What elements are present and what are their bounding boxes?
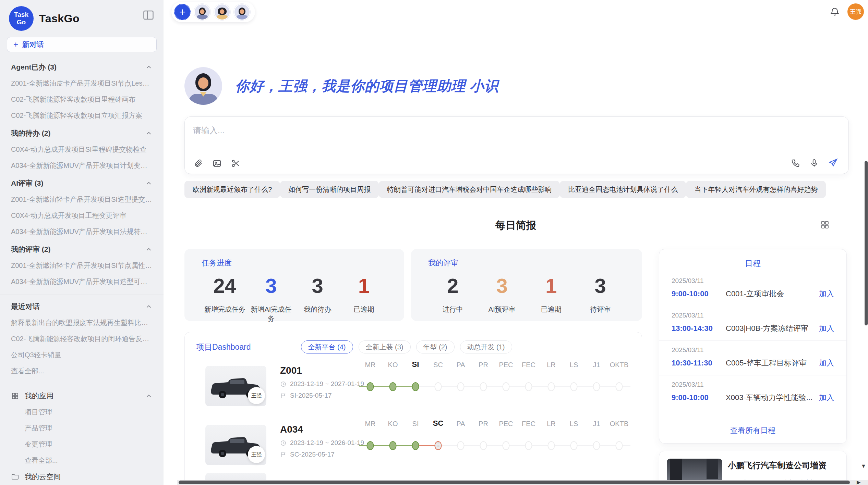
project-date-range: 2023-12-19 ~ 2026-01-19 (290, 439, 364, 447)
sidebar-task-item[interactable]: C02-飞腾新能源轻客改款项目的闭环通告反馈情况 (0, 331, 164, 347)
microphone-icon[interactable] (809, 158, 819, 168)
project-row[interactable]: 王强Z0012023-12-19 ~ 2027-01-19SI-2025-05-… (185, 358, 642, 412)
scissors-icon[interactable] (231, 159, 240, 168)
milestone: FEC (517, 420, 540, 458)
input-tools-right (791, 158, 838, 168)
schedule-item: 2025/03/1110:30-11:30C005-整车工程目标评审加入 (659, 340, 846, 375)
milestone-dot-track (608, 441, 630, 450)
news-card[interactable]: 小鹏飞行汽车制造公司增资 天眼查 App 显示，近日广州汇天飞行汽... (659, 451, 847, 485)
chevron-up-icon[interactable] (145, 179, 153, 187)
sidebar-collapse-icon[interactable] (142, 9, 155, 21)
stat-column: 3我的待办 (294, 273, 341, 323)
project-row[interactable]: 王强A0342023-12-19 ~ 2026-01-19SC-2025-05-… (185, 416, 642, 471)
plus-icon: + (13, 40, 18, 49)
sidebar-app-subitem[interactable]: 查看全部... (0, 452, 164, 469)
sidebar-recent-section: 最近对话解释最新出台的欧盟报废车法规再生塑料比例被调至15%...C02-飞腾新… (0, 298, 164, 381)
section-title: Agent已办 (3) (11, 62, 57, 72)
milestone-label: J1 (585, 420, 608, 428)
milestone-dot-track (427, 382, 449, 391)
agent-avatar-1[interactable] (194, 4, 210, 20)
schedule-name: X003-车辆动力学性能验... (726, 393, 814, 403)
sidebar-task-item[interactable]: A034-全新新能源MUV产品开发项目计划变更表编写 (0, 158, 164, 174)
scroll-right-arrow-icon[interactable]: ▶ (857, 479, 861, 485)
section-header[interactable]: AI评审 (3) (0, 175, 164, 191)
agent-avatar-3[interactable] (234, 4, 250, 20)
attachment-icon[interactable] (194, 159, 203, 168)
milestone: SI (404, 420, 427, 458)
join-link[interactable]: 加入 (819, 393, 834, 403)
schedule-time: 9:00-10:00 (672, 393, 726, 402)
dashboard-tab[interactable]: 全新上装 (3) (359, 340, 411, 353)
agent-avatar-2[interactable] (214, 4, 230, 20)
chevron-up-icon[interactable] (145, 303, 153, 310)
section-header[interactable]: 我的评审 (2) (0, 241, 164, 258)
sidebar-task-item[interactable]: Z001-全新燃油皮卡产品开发项目SI节点Lesson Learn报告 (0, 75, 164, 91)
add-session-button[interactable]: + (174, 4, 191, 20)
dashboard-tab[interactable]: 动总开发 (1) (460, 340, 512, 353)
sidebar-task-item[interactable]: 查看全部... (0, 363, 164, 379)
milestone: J1 (585, 361, 608, 399)
section-header[interactable]: Agent已办 (3) (0, 59, 164, 75)
milestone-dot (412, 382, 419, 391)
sidebar: Task Go TaskGo + 新对话 Agent已办 (3)Z001-全新燃… (0, 0, 164, 485)
milestone-dot (389, 382, 397, 391)
sidebar-task-item[interactable]: C02-飞腾新能源轻客改款项目里程碑画布 (0, 91, 164, 108)
project-flag: SC-2025-05-17 (280, 451, 335, 458)
user-avatar[interactable]: 王强 (847, 3, 864, 20)
sidebar-task-item[interactable]: C02-飞腾新能源轻客改款项目立项汇报方案 (0, 108, 164, 124)
notification-bell-icon[interactable] (830, 7, 840, 17)
sidebar-task-item[interactable]: C0X4-动力总成开发项目工程变更评审 (0, 208, 164, 224)
input-tools-left (194, 159, 240, 168)
milestone: PR (472, 420, 495, 458)
join-link[interactable]: 加入 (819, 323, 834, 334)
horizontal-scrollbar-thumb[interactable] (179, 481, 850, 484)
suggestion-chip[interactable]: 比亚迪全固态电池计划具体说了什么 (560, 181, 686, 198)
send-icon[interactable] (828, 158, 838, 168)
sidebar-task-item[interactable]: 公司Q3轻卡销量 (0, 347, 164, 363)
sidebar-task-item[interactable]: C0X4-动力总成开发项目SI里程碑提交物检查 (0, 141, 164, 158)
layout-grid-icon[interactable] (820, 220, 830, 229)
suggestion-chip[interactable]: 特朗普可能对进口汽车增税会对中国车企造成哪些影响 (379, 181, 560, 198)
milestone-dot (616, 382, 623, 391)
chat-input[interactable] (193, 122, 742, 139)
sidebar-item-my-apps[interactable]: 我的应用 (0, 388, 164, 404)
chevron-up-icon[interactable] (145, 63, 153, 71)
phone-icon[interactable] (791, 158, 800, 168)
sidebar-task-item[interactable]: A034-全新新能源MUV产品开发项目法规符合性评审 (0, 224, 164, 240)
chevron-up-icon[interactable] (145, 246, 153, 253)
view-all-schedule-link[interactable]: 查看所有日程 (659, 425, 846, 436)
milestone-dot (367, 441, 374, 450)
chevron-up-icon[interactable] (145, 129, 153, 137)
sidebar-task-item[interactable]: A034-全新新能源MUV产品开发项目造型可行性评审 (0, 274, 164, 290)
sidebar-app-subitem[interactable]: 变更管理 (0, 436, 164, 452)
milestone-dot (525, 441, 532, 450)
sidebar-item-cloud-space[interactable]: 我的云空间 (0, 469, 164, 485)
stat-value: 1 (341, 273, 387, 299)
suggestion-chip[interactable]: 如何写一份清晰的项目周报 (280, 181, 379, 198)
milestone-label: PEC (495, 420, 517, 428)
dashboard-tab[interactable]: 全新平台 (4) (301, 340, 353, 353)
vertical-scrollbar-thumb[interactable] (865, 161, 868, 325)
sidebar-app-subitem[interactable]: 产品管理 (0, 420, 164, 436)
suggestion-chip[interactable]: 当下年轻人对汽车外观有怎样的喜好趋势 (686, 181, 826, 198)
sidebar-task-item[interactable]: Z001-全新燃油轻卡产品开发项目SI造型提交物评审 (0, 191, 164, 208)
sidebar-app-subitem[interactable]: 项目管理 (0, 404, 164, 420)
sidebar-logo-row: Task Go TaskGo (0, 0, 164, 34)
scroll-down-arrow-icon[interactable]: ▼ (861, 463, 866, 469)
image-icon[interactable] (212, 159, 222, 168)
stat-value: 3 (478, 273, 527, 299)
milestone-dot-track (608, 382, 630, 391)
join-link[interactable]: 加入 (819, 289, 834, 299)
suggestion-chips: 欧洲新规最近颁布了什么?如何写一份清晰的项目周报特朗普可能对进口汽车增税会对中国… (184, 181, 824, 198)
join-link[interactable]: 加入 (819, 358, 834, 368)
new-chat-button[interactable]: + 新对话 (7, 37, 157, 52)
sidebar-task-item[interactable]: Z001-全新燃油轻卡产品开发项目SI节点属性5D文件评审 (0, 258, 164, 274)
suggestion-chip[interactable]: 欧洲新规最近颁布了什么? (184, 181, 280, 198)
milestone-dot (367, 382, 374, 391)
sidebar-task-item[interactable]: 解释最新出台的欧盟报废车法规再生塑料比例被调至15%... (0, 315, 164, 331)
dashboard-tab[interactable]: 年型 (2) (416, 340, 455, 353)
section-header[interactable]: 我的待办 (2) (0, 125, 164, 141)
assistant-avatar (184, 67, 222, 105)
section-header[interactable]: 最近对话 (0, 298, 164, 315)
schedule-card: 日程 2025/03/119:00-10:00C001-立项审批会加入2025/… (659, 249, 847, 444)
